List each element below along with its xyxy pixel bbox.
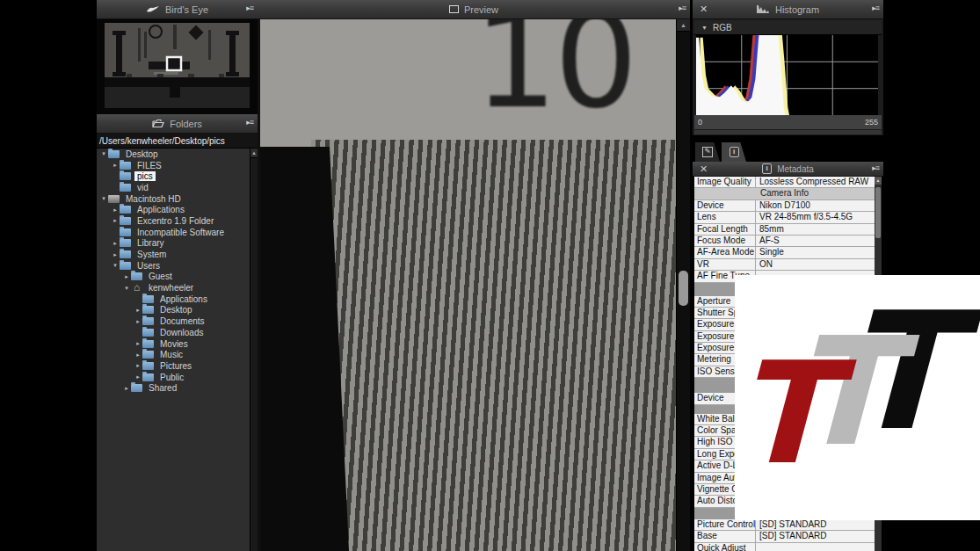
folder-tree-item[interactable]: ▾ ⌂ kenwheeler xyxy=(97,282,250,294)
disclosure-triangle-icon[interactable]: ▾ xyxy=(111,262,120,269)
folder-tree-item[interactable]: ▸ Pictures xyxy=(97,360,250,372)
drive-icon xyxy=(108,195,120,203)
close-icon[interactable]: ✕ xyxy=(700,163,708,175)
navigator-selection-rect[interactable] xyxy=(167,57,181,70)
folder-tree-item[interactable]: pics xyxy=(97,170,250,182)
birds-eye-panel-header[interactable]: Bird's Eye ▸≡ xyxy=(97,0,258,19)
disclosure-triangle-icon[interactable]: ▸ xyxy=(111,251,120,258)
metadata-field-value: 85mm xyxy=(756,224,875,235)
folder-tree: ▾ Desktop ▸ FILES pics vid ▾ xyxy=(97,149,250,551)
folder-tree-item[interactable]: ▾ Desktop xyxy=(97,149,250,160)
folder-tree-item-label: FILES xyxy=(134,161,164,170)
disclosure-triangle-icon[interactable]: ▸ xyxy=(134,373,142,381)
close-icon[interactable]: ✕ xyxy=(700,4,708,15)
metadata-row: Lens VR 24-85mm f/3.5-4.5G xyxy=(694,212,875,223)
disclosure-triangle-icon[interactable]: ▸ xyxy=(134,318,142,325)
home-icon: ⌂ xyxy=(131,284,142,292)
folder-tree-item[interactable]: ▸ Movies xyxy=(97,338,250,350)
scroll-up-arrow-icon[interactable]: ▲ xyxy=(250,149,258,158)
tab-adjustments[interactable]: ✎ xyxy=(695,142,720,162)
disclosure-triangle-icon[interactable]: ▸ xyxy=(134,340,142,347)
folder-icon xyxy=(142,351,154,359)
left-panel-column: Bird's Eye ▸≡ xyxy=(97,0,258,551)
test-chart-line-pattern xyxy=(311,140,677,551)
video-frame: { "colors": { "panel_header_text": "#b3b… xyxy=(0,0,980,551)
birds-eye-title-group: Bird's Eye xyxy=(146,4,208,15)
folder-tree-item-label: Downloads xyxy=(157,328,206,337)
preview-panel-header[interactable]: Preview ▸≡ xyxy=(258,0,690,19)
folder-tree-item[interactable]: Incompatible Software xyxy=(97,227,250,238)
scroll-up-arrow-icon[interactable]: ▲ xyxy=(677,19,690,32)
folders-menu-icon[interactable]: ▸≡ xyxy=(246,118,253,127)
folder-tree-item[interactable]: ▸ Excentro 1.9 Folder xyxy=(97,215,250,227)
folder-tree-item[interactable]: ▸ Public xyxy=(97,372,250,383)
disclosure-triangle-icon[interactable]: ▸ xyxy=(122,385,131,392)
metadata-field-value: Single xyxy=(756,247,875,257)
folder-icon xyxy=(120,239,131,247)
folder-tree-item[interactable]: ▸ Library xyxy=(97,238,250,250)
birds-eye-menu-icon[interactable]: ▸≡ xyxy=(246,4,253,12)
disclosure-triangle-icon[interactable]: ▾ xyxy=(122,285,131,292)
metadata-row: Quick Adjust xyxy=(694,543,875,551)
tab-metadata[interactable]: i xyxy=(722,142,746,162)
disclosure-triangle-icon[interactable]: ▸ xyxy=(111,162,120,169)
disclosure-triangle-icon[interactable]: ▸ xyxy=(111,217,120,224)
folder-tree-item[interactable]: ▸ System xyxy=(97,249,250,260)
folder-tree-item-label: Desktop xyxy=(123,149,161,159)
metadata-field-label: AF-Area Mode xyxy=(694,247,756,257)
histogram-title: Histogram xyxy=(775,4,819,15)
folders-scrollbar[interactable]: ▲ xyxy=(250,149,258,551)
metadata-panel-header[interactable]: ✕ i Metadata ▸≡ xyxy=(693,162,883,177)
channel-dropdown[interactable]: ▼ RGB xyxy=(694,20,882,35)
preview-image-area[interactable]: 10 xyxy=(260,19,677,551)
metadata-menu-icon[interactable]: ▸≡ xyxy=(872,163,879,172)
disclosure-triangle-icon[interactable]: ▸ xyxy=(134,362,142,369)
folder-tree-item[interactable]: Downloads xyxy=(97,327,250,338)
disclosure-triangle-icon[interactable]: ▸ xyxy=(134,307,142,314)
preview-menu-icon[interactable]: ▸≡ xyxy=(679,4,686,12)
folders-panel-header[interactable]: Folders ▸≡ xyxy=(97,114,258,134)
metadata-row: AF-Area Mode Single xyxy=(694,247,875,258)
test-chart-number: 10 xyxy=(474,19,635,137)
folder-tree-item[interactable]: Applications xyxy=(97,294,250,305)
scrollbar-thumb[interactable] xyxy=(679,271,688,306)
birds-eye-thumbnail[interactable] xyxy=(105,23,250,108)
disclosure-triangle-icon[interactable]: ▸ xyxy=(111,240,120,247)
folder-tree-item[interactable]: ▾ Macintosh HD xyxy=(97,193,250,205)
folder-tree-item-label: Macintosh HD xyxy=(123,194,184,204)
birds-eye-content xyxy=(97,19,258,114)
folder-tree-item[interactable]: ▸ Shared xyxy=(97,382,250,394)
folder-tree-item[interactable]: ▸ Music xyxy=(97,349,250,360)
folder-icon xyxy=(120,217,131,225)
folder-tree-item[interactable]: ▸ Guest xyxy=(97,272,250,283)
metadata-field-label: Picture Control xyxy=(694,519,756,530)
disclosure-triangle-icon[interactable]: ▾ xyxy=(99,150,108,157)
folder-icon xyxy=(152,119,164,128)
folder-icon xyxy=(131,384,142,392)
histogram-icon xyxy=(757,4,770,14)
folder-icon xyxy=(142,317,154,325)
disclosure-triangle-icon[interactable]: ▸ xyxy=(111,207,120,214)
preview-scrollbar[interactable]: ▲ xyxy=(676,19,690,551)
scrollbar-thumb[interactable] xyxy=(875,187,881,238)
folder-tree-item[interactable]: ▸ Documents xyxy=(97,315,250,327)
folder-tree-item[interactable]: vid xyxy=(97,182,250,193)
disclosure-triangle-icon[interactable]: ▸ xyxy=(122,273,131,280)
folder-tree-item[interactable]: ▸ Applications xyxy=(97,204,250,215)
disclosure-triangle-icon[interactable]: ▸ xyxy=(134,352,142,359)
histogram-panel-header[interactable]: ✕ Histogram ▸≡ xyxy=(693,0,883,19)
histogram-body: ▼ RGB 0 255 xyxy=(693,19,883,135)
bird-icon xyxy=(146,5,160,14)
scroll-up-arrow-icon[interactable]: ▲ xyxy=(875,177,882,185)
folder-icon xyxy=(120,228,131,236)
folder-path-field[interactable]: /Users/kenwheeler/Desktop/pics xyxy=(97,134,258,149)
folder-tree-item-label: Library xyxy=(134,238,167,248)
folder-icon xyxy=(108,150,120,158)
disclosure-triangle-icon[interactable]: ▾ xyxy=(99,195,108,202)
folder-tree-item[interactable]: ▾ Users xyxy=(97,260,250,272)
metadata-field-label: Base xyxy=(694,531,756,541)
histogram-menu-icon[interactable]: ▸≡ xyxy=(872,4,879,12)
folder-tree-item[interactable]: ▸ Desktop xyxy=(97,305,250,316)
metadata-field-label: Device xyxy=(694,200,756,211)
folder-tree-item[interactable]: ▸ FILES xyxy=(97,160,250,171)
